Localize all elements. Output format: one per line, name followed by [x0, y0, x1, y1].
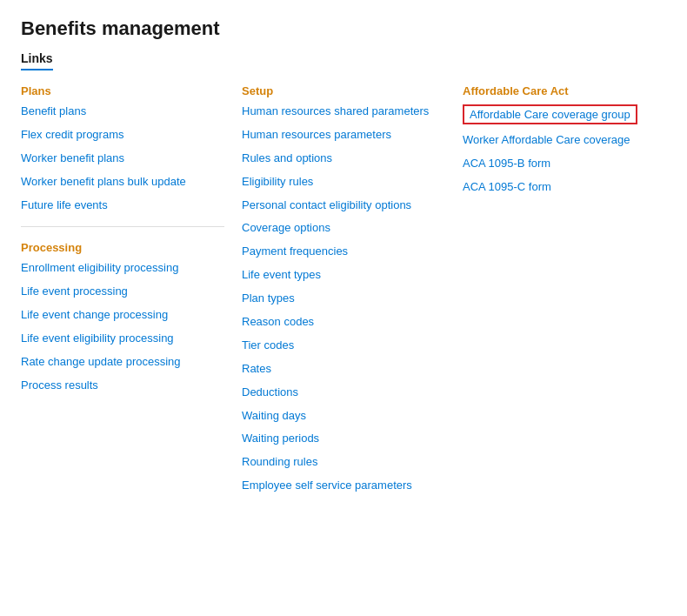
page-title: Benefits management — [21, 17, 666, 40]
life-event-eligibility-processing-link[interactable]: Life event eligibility processing — [21, 331, 224, 346]
benefit-plans-link[interactable]: Benefit plans — [21, 104, 224, 119]
aca-column: Affordable Care Act Affordable Care cove… — [463, 84, 666, 204]
page-container: Benefits management Links Plans Benefit … — [0, 0, 687, 616]
plans-category: Plans — [21, 84, 224, 97]
reason-codes-link[interactable]: Reason codes — [242, 315, 445, 330]
rounding-rules-link[interactable]: Rounding rules — [242, 455, 445, 470]
personal-contact-eligibility-link[interactable]: Personal contact eligibility options — [242, 198, 445, 213]
plan-types-link[interactable]: Plan types — [242, 291, 445, 306]
deductions-link[interactable]: Deductions — [242, 385, 445, 400]
affordable-care-coverage-group-link[interactable]: Affordable Care coverage group — [463, 104, 637, 124]
tier-codes-link[interactable]: Tier codes — [242, 338, 445, 353]
rates-link[interactable]: Rates — [242, 362, 445, 377]
hr-parameters-link[interactable]: Human resources parameters — [242, 128, 445, 143]
hr-shared-params-link[interactable]: Human resources shared parameters — [242, 104, 445, 119]
waiting-periods-link[interactable]: Waiting periods — [242, 432, 445, 446]
enrollment-eligibility-processing-link[interactable]: Enrollment eligibility processing — [21, 261, 224, 276]
rate-change-update-processing-link[interactable]: Rate change update processing — [21, 355, 224, 370]
processing-category: Processing — [21, 241, 224, 254]
plans-column: Plans Benefit plans Flex credit programs… — [21, 84, 242, 402]
links-header: Links — [21, 51, 53, 70]
coverage-options-link[interactable]: Coverage options — [242, 221, 445, 236]
columns-container: Plans Benefit plans Flex credit programs… — [21, 84, 666, 502]
eligibility-rules-link[interactable]: Eligibility rules — [242, 175, 445, 190]
setup-column: Setup Human resources shared parameters … — [242, 84, 463, 502]
future-life-events-link[interactable]: Future life events — [21, 198, 224, 213]
life-event-processing-link[interactable]: Life event processing — [21, 285, 224, 299]
rules-options-link[interactable]: Rules and options — [242, 151, 445, 166]
aca-category: Affordable Care Act — [463, 84, 666, 97]
life-event-change-processing-link[interactable]: Life event change processing — [21, 308, 224, 323]
aca-1095b-form-link[interactable]: ACA 1095-B form — [463, 157, 666, 171]
worker-affordable-care-coverage-link[interactable]: Worker Affordable Care coverage — [463, 133, 666, 148]
flex-credit-programs-link[interactable]: Flex credit programs — [21, 128, 224, 143]
worker-benefit-plans-link[interactable]: Worker benefit plans — [21, 151, 224, 166]
life-event-types-link[interactable]: Life event types — [242, 268, 445, 283]
aca-1095c-form-link[interactable]: ACA 1095-C form — [463, 180, 666, 195]
plans-processing-divider — [21, 226, 224, 227]
payment-frequencies-link[interactable]: Payment frequencies — [242, 244, 445, 259]
employee-self-service-link[interactable]: Employee self service parameters — [242, 479, 445, 493]
setup-category: Setup — [242, 84, 445, 97]
process-results-link[interactable]: Process results — [21, 378, 224, 393]
worker-benefit-plans-bulk-update-link[interactable]: Worker benefit plans bulk update — [21, 175, 224, 190]
waiting-days-link[interactable]: Waiting days — [242, 409, 445, 424]
